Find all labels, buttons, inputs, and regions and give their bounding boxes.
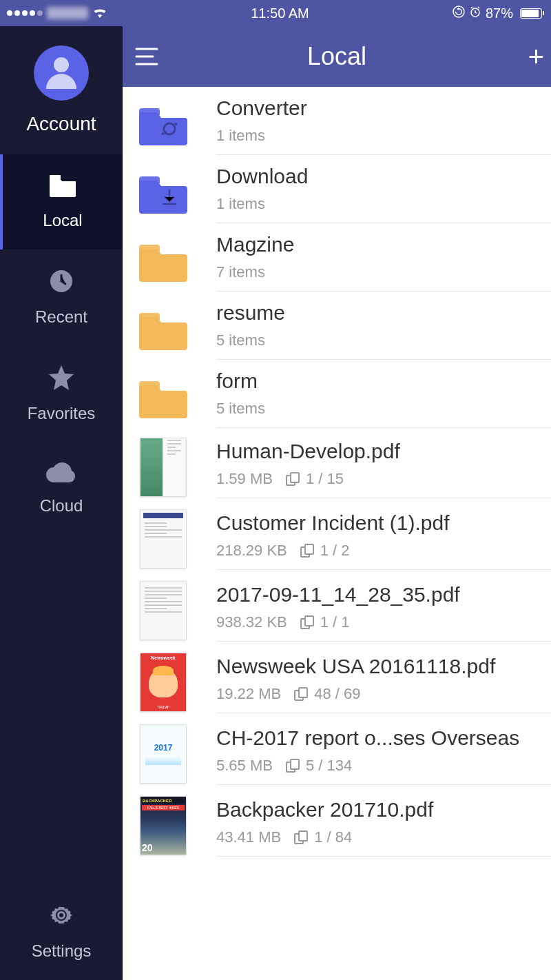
wifi-icon (92, 6, 107, 21)
file-name: Newsweek USA 20161118.pdf (216, 655, 551, 678)
file-thumbnail (140, 509, 187, 569)
file-size: 938.32 KB (216, 613, 287, 631)
pages-indicator: 1 / 2 (300, 542, 350, 560)
sidebar-item-recent[interactable]: Recent (0, 249, 123, 346)
folder-icon (139, 170, 187, 218)
file-name: Converter (216, 96, 551, 120)
svg-rect-2 (50, 175, 61, 179)
file-row[interactable]: 2017CH-2017 report o...ses Overseas5.65 … (123, 715, 551, 786)
svg-rect-7 (305, 544, 313, 554)
file-name: resume (216, 301, 551, 325)
file-thumbnail (140, 438, 187, 497)
folder-icon (139, 238, 187, 287)
file-name: Download (216, 165, 551, 188)
file-name: Magzine (216, 233, 551, 256)
pages-indicator: 5 / 134 (285, 757, 352, 775)
folder-row[interactable]: Magzine7 items (123, 223, 551, 292)
file-name: Human-Develop.pdf (216, 440, 551, 463)
alarm-icon (469, 6, 481, 21)
file-list[interactable]: Converter1 itemsDownload1 itemsMagzine7 … (123, 87, 551, 980)
sidebar-item-favorites[interactable]: Favorites (0, 346, 123, 442)
file-row[interactable]: Human-Develop.pdf1.59 MB1 / 15 (123, 428, 551, 500)
file-row[interactable]: 2017-09-11_14_28_35.pdf938.32 KB1 / 1 (123, 571, 551, 643)
item-count: 5 items (216, 400, 265, 418)
status-bar: 11:50 AM 87% (0, 0, 551, 26)
sidebar-item-label: Favorites (28, 404, 96, 423)
sidebar-item-label: Cloud (40, 496, 83, 515)
sidebar-item-label: Local (43, 211, 82, 230)
file-size: 5.65 MB (216, 757, 273, 775)
page-count: 48 / 69 (314, 685, 360, 703)
item-count: 1 items (216, 195, 265, 213)
star-icon (48, 365, 74, 393)
sidebar: Account Local Recent Favorites Cloud (0, 26, 123, 980)
page-count: 1 / 2 (320, 542, 350, 560)
item-count: 7 items (216, 263, 265, 281)
folder-row[interactable]: resume5 items (123, 292, 551, 360)
file-thumbnail: 2017 (140, 724, 187, 784)
page-count: 1 / 1 (320, 613, 350, 631)
pages-indicator: 1 / 15 (285, 470, 344, 488)
sidebar-item-cloud[interactable]: Cloud (0, 442, 123, 535)
file-thumbnail: BACKPACKERFALLS BEST HIKES20 (140, 796, 187, 855)
add-button[interactable]: + (528, 41, 544, 72)
file-row[interactable]: NewsweekTRUMPNewsweek USA 20161118.pdf19… (123, 643, 551, 715)
clock-icon (49, 269, 74, 296)
page-count: 1 / 15 (306, 470, 344, 488)
carrier-label (47, 7, 88, 19)
signal-strength-icon (7, 10, 43, 16)
battery-icon (517, 8, 544, 19)
file-name: form (216, 369, 551, 393)
file-thumbnail (140, 581, 187, 640)
cloud-icon (46, 462, 76, 485)
pages-indicator: 1 / 84 (293, 828, 352, 846)
file-row[interactable]: Customer Incident (1).pdf218.29 KB1 / 2 (123, 500, 551, 571)
folder-icon (139, 307, 187, 355)
file-name: Backpacker 201710.pdf (216, 798, 551, 821)
svg-rect-15 (299, 831, 307, 841)
sidebar-item-account[interactable]: Account (0, 26, 123, 154)
folder-icon (139, 375, 187, 423)
battery-percent: 87% (486, 6, 513, 21)
item-count: 5 items (216, 331, 265, 349)
file-row[interactable]: BACKPACKERFALLS BEST HIKES20Backpacker 2… (123, 786, 551, 858)
sidebar-item-label: Recent (35, 307, 87, 327)
svg-rect-5 (291, 473, 299, 482)
page-count: 1 / 84 (314, 828, 352, 846)
pages-indicator: 48 / 69 (293, 685, 360, 703)
sidebar-item-settings[interactable]: Settings (0, 884, 123, 980)
file-size: 43.41 MB (216, 828, 281, 846)
folder-icon (139, 102, 187, 150)
file-name: CH-2017 report o...ses Overseas (216, 726, 551, 750)
file-thumbnail: NewsweekTRUMP (140, 653, 187, 712)
svg-rect-13 (291, 759, 299, 769)
file-size: 1.59 MB (216, 470, 273, 488)
svg-rect-9 (305, 616, 313, 626)
folder-row[interactable]: Download1 items (123, 155, 551, 223)
page-count: 5 / 134 (306, 757, 352, 775)
folder-row[interactable]: Converter1 items (123, 87, 551, 155)
sidebar-item-label: Account (26, 113, 96, 135)
sidebar-item-label: Settings (32, 941, 92, 961)
sidebar-item-local[interactable]: Local (0, 154, 123, 249)
file-name: Customer Incident (1).pdf (216, 511, 551, 535)
pages-indicator: 1 / 1 (300, 613, 350, 631)
file-size: 218.29 KB (216, 542, 287, 560)
folder-icon (48, 174, 77, 200)
gear-icon (49, 903, 74, 930)
folder-row[interactable]: form5 items (123, 360, 551, 428)
avatar-icon (34, 45, 89, 101)
header: Local + (123, 26, 551, 87)
file-name: 2017-09-11_14_28_35.pdf (216, 583, 551, 606)
orientation-lock-icon (453, 6, 465, 21)
menu-icon[interactable] (135, 48, 158, 65)
svg-rect-11 (299, 688, 307, 697)
status-time: 11:50 AM (251, 6, 309, 21)
main-content: Local + Converter1 itemsDownload1 itemsM… (123, 26, 551, 980)
item-count: 1 items (216, 127, 265, 145)
page-title: Local (123, 42, 551, 71)
file-size: 19.22 MB (216, 685, 281, 703)
